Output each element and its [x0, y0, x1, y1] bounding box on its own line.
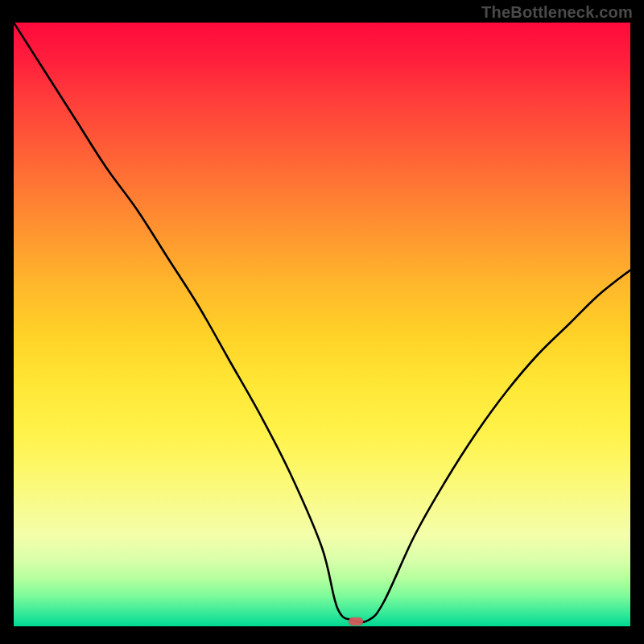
watermark-label: TheBottleneck.com	[481, 3, 633, 22]
chart-frame: TheBottleneck.com	[0, 0, 644, 644]
plot-area	[14, 23, 630, 626]
curve-svg	[14, 23, 630, 626]
optimum-marker	[349, 617, 363, 625]
bottleneck-curve	[14, 23, 630, 622]
